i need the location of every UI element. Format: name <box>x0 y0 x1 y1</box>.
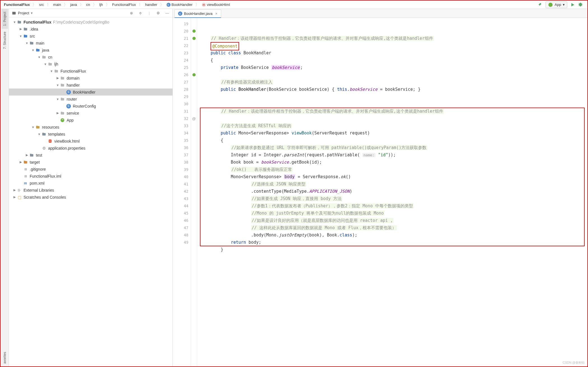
code-line[interactable]: public Mono<ServerResponse> viewBook(Ser… <box>200 129 587 137</box>
tree-arrow-icon[interactable]: ▼ <box>18 34 23 38</box>
tree-arrow-icon[interactable]: ▼ <box>31 126 35 129</box>
tree-node[interactable]: ⚙application.properties <box>9 145 172 152</box>
code-line[interactable]: { <box>200 137 587 144</box>
breadcrumb-item[interactable]: src <box>37 2 45 7</box>
code-line[interactable]: Integer id = Integer.parseInt(request.pa… <box>200 151 587 159</box>
tree-node[interactable]: ▶⊪External Libraries <box>9 187 172 194</box>
tree-node[interactable]: ▶▢Scratches and Consoles <box>9 194 172 201</box>
tree-arrow-icon[interactable]: ▼ <box>25 41 29 45</box>
tree-arrow-icon[interactable]: ▶ <box>18 27 23 31</box>
tree-arrow-icon[interactable]: ▼ <box>55 83 60 87</box>
spring-marker-icon[interactable] <box>191 35 197 42</box>
breadcrumb-item[interactable]: FunctionalFlux <box>111 2 138 7</box>
tree-node[interactable]: App <box>9 117 172 124</box>
code-line[interactable]: // 这样此处从数据库返回的数据就是 Mono 或者 Flux，根本不需要包装） <box>200 224 587 231</box>
breadcrumb-item[interactable]: main <box>52 2 63 7</box>
code-line[interactable]: public BookHandler(BookService bookServi… <box>200 86 587 93</box>
code-line[interactable]: { <box>200 57 587 64</box>
tree-node[interactable]: CRouterConfig <box>9 103 172 110</box>
favorites-tool-tab[interactable]: avorites <box>2 349 8 366</box>
tree-arrow-icon[interactable]: ▼ <box>37 133 41 136</box>
code-line[interactable] <box>200 253 587 261</box>
breadcrumb-item[interactable]: cn <box>85 2 92 7</box>
spring-marker-icon[interactable] <box>191 71 197 78</box>
breadcrumb-item[interactable]: FunctionalFlux <box>2 2 31 7</box>
run-config-dropdown[interactable]: App ▾ <box>545 1 567 8</box>
run-icon[interactable] <box>570 2 575 7</box>
code-line[interactable] <box>200 71 587 78</box>
tree-arrow-icon[interactable]: ▶ <box>18 160 23 164</box>
tree-node[interactable]: ▼resources <box>9 124 172 131</box>
close-icon[interactable]: × <box>215 11 218 16</box>
code-line[interactable]: } <box>200 246 587 253</box>
debug-icon[interactable] <box>578 2 583 7</box>
code-line[interactable]: .body(Mono.justOrEmpty(book), Book.class… <box>200 231 587 239</box>
tree-node[interactable]: ▼FunctionalFluxF:\myCode\crazyCode\Sprin… <box>9 18 172 25</box>
tree-node[interactable]: ▶domain <box>9 75 172 82</box>
tree-node[interactable]: ▶test <box>9 152 172 159</box>
tree-arrow-icon[interactable]: ▼ <box>55 97 60 101</box>
locate-icon[interactable]: ⊕ <box>129 11 134 16</box>
tree-node[interactable]: ▼FunctionalFlux <box>9 68 172 75</box>
tree-node[interactable]: mpom.xml <box>9 180 172 187</box>
tree-node[interactable]: CBookHandler <box>9 89 172 96</box>
code-line[interactable]: //如果请求参数是通过 URL 字符串即可解析，可用 pathVariable(… <box>200 144 587 151</box>
code-line[interactable]: //如果是设计良好的应用（就是底层数据库的访问也是用 reactor api , <box>200 217 587 224</box>
tree-arrow-icon[interactable]: ▶ <box>12 188 17 192</box>
tree-arrow-icon[interactable]: ▶ <box>25 153 29 157</box>
code-line[interactable]: //选择生成 JSON 响应类型 <box>200 180 587 188</box>
build-icon[interactable] <box>538 2 543 7</box>
breadcrumb-item[interactable]: ljh <box>98 2 105 7</box>
code-line[interactable]: Book book = bookService.getBook(id); <box>200 159 587 166</box>
tree-arrow-icon[interactable]: ▼ <box>12 20 17 24</box>
code-line[interactable]: public class BookHandler <box>200 49 587 57</box>
hide-icon[interactable]: — <box>165 11 170 16</box>
code-line[interactable]: @Component <box>200 42 587 49</box>
code-line[interactable]: //Mono 的 justOrEmpty 将单个及可能为null的数据包装成 M… <box>200 210 587 217</box>
code-line[interactable]: // Handler：该处理器组件相当于控制器，它负责处理客户端的请求、并对客户… <box>200 35 587 42</box>
tree-node[interactable]: ▶target <box>9 159 172 166</box>
tree-node[interactable]: ▼ljh <box>9 61 172 68</box>
code-line[interactable] <box>200 100 587 108</box>
structure-tool-tab[interactable]: 7: Structure <box>2 29 8 52</box>
tree-arrow-icon[interactable]: ▶ <box>55 111 60 115</box>
gear-icon[interactable]: ⚙ <box>156 11 161 16</box>
tree-node[interactable]: ▼java <box>9 47 172 54</box>
expand-icon[interactable]: ≑ <box>138 11 143 16</box>
tree-node[interactable]: ▤FunctionalFlux.iml <box>9 173 172 180</box>
tree-arrow-icon[interactable]: ▼ <box>31 48 35 52</box>
code-line[interactable]: private BookService bookService; <box>200 64 587 71</box>
tree-node[interactable]: ▶service <box>9 110 172 117</box>
spring-marker-icon[interactable] <box>191 27 197 35</box>
code-line[interactable] <box>200 115 587 122</box>
code-line[interactable]: //这个方法是生成 RESTful 响应的 <box>200 122 587 129</box>
tree-node[interactable]: HviewBook.html <box>9 138 172 145</box>
code-line[interactable]: return body; <box>200 239 587 246</box>
tree-node[interactable]: ▼cn <box>9 54 172 61</box>
dropdown-arrow-icon[interactable]: ▾ <box>31 11 33 15</box>
code-line[interactable]: //ok() 表示服务器响应正常 <box>200 166 587 173</box>
tree-node[interactable]: ▼src <box>9 32 172 40</box>
code-line[interactable]: // Handler：该处理器组件相当于控制器，它负责处理客户端的请求、并对客户… <box>200 108 587 115</box>
tree-arrow-icon[interactable]: ▶ <box>12 195 17 199</box>
code-line[interactable]: //有参构造器完成依赖注入 <box>200 78 587 86</box>
tree-node[interactable]: ▼main <box>9 40 172 47</box>
tree-node[interactable]: ▤.gitignore <box>9 166 172 173</box>
editor-tab-bookhandler[interactable]: C BookHandler.java × <box>174 10 221 18</box>
tree-arrow-icon[interactable]: ▼ <box>43 62 48 66</box>
code-line[interactable]: Mono<ServerResponse> body = ServerRespon… <box>200 173 587 180</box>
code-line[interactable]: //参数1：代表数据发布者（Publisher），参数2：指定 Mono 中每个… <box>200 202 587 210</box>
code-area[interactable]: // Handler：该处理器组件相当于控制器，它负责处理客户端的请求、并对客户… <box>197 18 587 366</box>
code-line[interactable] <box>200 93 587 100</box>
tree-node[interactable]: ▼router <box>9 96 172 103</box>
code-line[interactable]: //如果要生成 JSON 响应，直接用 body 方法 <box>200 195 587 202</box>
tree-node[interactable]: ▼templates <box>9 131 172 138</box>
tree-node[interactable]: ▼handler <box>9 82 172 89</box>
code-line[interactable]: .contentType(MediaType.APPLICATION_JSON) <box>200 188 587 195</box>
tree-arrow-icon[interactable]: ▼ <box>49 69 54 73</box>
breadcrumb-item[interactable]: handler <box>143 2 159 7</box>
tree-arrow-icon[interactable]: ▼ <box>37 55 41 59</box>
breadcrumb-item[interactable]: mviewBookHtml <box>200 2 232 7</box>
tree-node[interactable]: ▶.idea <box>9 25 172 32</box>
breadcrumb-item[interactable]: CBookHandler <box>165 2 194 7</box>
